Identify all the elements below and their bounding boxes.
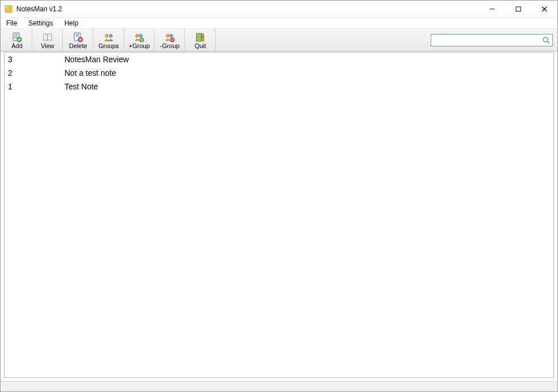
app-window: NotesMan v1.2 File Settings Help xyxy=(0,0,558,392)
exit-icon xyxy=(195,32,205,42)
add-button[interactable]: Add xyxy=(2,29,32,51)
search-icon[interactable] xyxy=(542,36,550,44)
delete-button[interactable]: Delete xyxy=(63,29,93,51)
menu-file[interactable]: File xyxy=(4,19,19,28)
svg-rect-2 xyxy=(516,7,521,11)
svg-point-25 xyxy=(139,34,142,37)
delete-note-icon xyxy=(73,32,83,42)
maximize-button[interactable] xyxy=(505,1,531,17)
svg-point-23 xyxy=(109,34,112,37)
view-button[interactable]: View xyxy=(32,29,63,51)
list-item[interactable]: 3 NotesMan Review xyxy=(5,53,553,66)
minimize-button[interactable] xyxy=(479,1,505,17)
note-title: Not a test note xyxy=(65,68,553,77)
close-button[interactable] xyxy=(531,1,557,17)
menubar: File Settings Help xyxy=(1,18,557,29)
remove-group-button[interactable]: -Group xyxy=(154,29,185,51)
search-input[interactable] xyxy=(433,35,540,45)
toolbar-label: Add xyxy=(11,43,23,49)
menu-settings[interactable]: Settings xyxy=(26,19,55,28)
svg-point-22 xyxy=(105,34,108,37)
note-title: Test Note xyxy=(65,82,553,91)
window-title: NotesMan v1.2 xyxy=(16,5,62,13)
note-id: 2 xyxy=(8,68,65,77)
list-item[interactable]: 2 Not a test note xyxy=(5,66,553,80)
statusbar xyxy=(1,381,557,391)
toolbar-label: Quit xyxy=(195,43,206,49)
svg-point-29 xyxy=(166,34,169,37)
toolbar-label: Delete xyxy=(69,43,87,49)
list-item[interactable]: 1 Test Note xyxy=(5,80,553,93)
remove-group-icon xyxy=(165,32,175,42)
svg-point-35 xyxy=(543,37,548,42)
toolbar-label: View xyxy=(41,43,54,49)
svg-rect-33 xyxy=(196,33,201,41)
add-group-button[interactable]: +Group xyxy=(124,29,154,51)
toolbar-label: Groups xyxy=(98,43,119,49)
note-title: NotesMan Review xyxy=(65,55,553,64)
window-controls xyxy=(479,1,557,17)
svg-point-34 xyxy=(202,37,203,38)
note-id: 1 xyxy=(8,82,65,91)
groups-button[interactable]: Groups xyxy=(93,29,124,51)
toolbar: Add View xyxy=(1,29,557,51)
search-wrap xyxy=(427,29,556,51)
add-note-icon xyxy=(12,32,22,42)
note-id: 3 xyxy=(8,55,65,64)
search-box[interactable] xyxy=(431,34,553,46)
svg-point-30 xyxy=(170,34,173,37)
toolbar-label: +Group xyxy=(129,43,150,49)
menu-help[interactable]: Help xyxy=(62,19,81,28)
titlebar: NotesMan v1.2 xyxy=(1,1,557,18)
groups-icon xyxy=(104,32,114,42)
notes-list[interactable]: 3 NotesMan Review 2 Not a test note 1 Te… xyxy=(4,52,554,378)
quit-button[interactable]: Quit xyxy=(185,29,216,51)
app-icon xyxy=(4,5,13,14)
svg-line-36 xyxy=(547,41,550,44)
open-book-icon xyxy=(42,32,53,42)
add-group-icon xyxy=(134,32,144,42)
toolbar-label: -Group xyxy=(160,43,179,49)
svg-point-24 xyxy=(136,34,139,37)
